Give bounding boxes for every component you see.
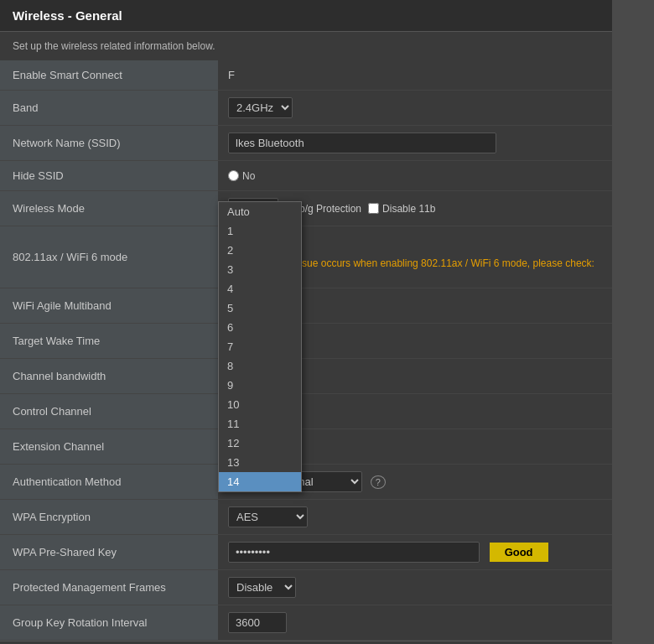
table-row: WPA Pre-Shared Key Good bbox=[0, 535, 612, 570]
table-row: Enable Smart Connect F bbox=[0, 60, 612, 91]
table-row: Band 2.4GHz 5GHz 6GHz bbox=[0, 91, 612, 126]
hide-ssid-no-radio[interactable] bbox=[228, 170, 239, 181]
table-row: Hide SSID No bbox=[0, 161, 612, 191]
group-key-input[interactable] bbox=[228, 612, 287, 633]
network-name-value bbox=[218, 126, 612, 161]
protected-mgt-label: Protected Management Frames bbox=[0, 570, 218, 605]
control-channel-label: Control Channel bbox=[0, 394, 218, 429]
enable-smart-connect-label: Enable Smart Connect bbox=[0, 60, 218, 91]
disable-11b-label[interactable]: Disable 11b bbox=[368, 203, 435, 215]
drop-item-14[interactable]: 14 bbox=[219, 472, 301, 491]
drop-item-auto[interactable]: Auto bbox=[219, 202, 301, 221]
wifi-agile-label: WiFi Agile Multiband bbox=[0, 288, 218, 324]
enable-smart-connect-text: F bbox=[228, 69, 235, 81]
table-row: Wireless Mode Auto b/g Protection Disabl… bbox=[0, 191, 612, 226]
drop-item-12[interactable]: 12 bbox=[219, 434, 301, 453]
group-key-label: Group Key Rotation Interval bbox=[0, 605, 218, 641]
drop-item-1[interactable]: 1 bbox=[219, 221, 301, 241]
wpa-encryption-select[interactable]: AES TKIP TKIP+AES bbox=[228, 506, 308, 527]
drop-item-9[interactable]: 9 bbox=[219, 376, 301, 395]
settings-table: Enable Smart Connect F Band 2.4GHz 5GHz … bbox=[0, 60, 612, 641]
enable-smart-connect-value: F bbox=[218, 60, 612, 91]
wpa-key-input[interactable] bbox=[228, 542, 480, 563]
target-wake-label: Target Wake Time bbox=[0, 324, 218, 359]
drop-item-4[interactable]: 4 bbox=[219, 279, 301, 299]
hide-ssid-value: No bbox=[218, 161, 612, 191]
wpa-encryption-value: AES TKIP TKIP+AES bbox=[218, 500, 612, 535]
wifi6-label: 802.11ax / WiFi 6 mode bbox=[0, 226, 218, 288]
auth-method-label: Authentication Method bbox=[0, 465, 218, 500]
table-row: Network Name (SSID) bbox=[0, 126, 612, 161]
wpa-key-label: WPA Pre-Shared Key bbox=[0, 535, 218, 570]
wpa-strength-badge: Good bbox=[490, 543, 548, 562]
wpa-encryption-label: WPA Encryption bbox=[0, 500, 218, 535]
bg-protection-text: b/g Protection bbox=[299, 203, 361, 215]
main-panel: Wireless - General Set up the wireless r… bbox=[0, 0, 612, 644]
table-row: Channel bandwidth 20 Hz 40 Hz 80 Hz 160 … bbox=[0, 359, 612, 394]
extension-channel-label: Extension Channel bbox=[0, 429, 218, 465]
table-row: 802.11ax / WiFi 6 mode Auto Enable Disab… bbox=[0, 226, 612, 288]
drop-item-5[interactable]: 5 bbox=[219, 299, 301, 318]
drop-item-7[interactable]: 7 bbox=[219, 337, 301, 356]
wpa-key-value: Good bbox=[218, 535, 612, 570]
network-name-label: Network Name (SSID) bbox=[0, 126, 218, 161]
protected-mgt-select[interactable]: Disable Enable Capable bbox=[228, 577, 296, 598]
group-key-value bbox=[218, 605, 612, 641]
drop-item-11[interactable]: 11 bbox=[219, 414, 301, 434]
band-select[interactable]: 2.4GHz 5GHz 6GHz bbox=[228, 97, 293, 118]
ssid-input[interactable] bbox=[228, 132, 496, 153]
apply-row: Apply bbox=[0, 641, 612, 644]
drop-item-2[interactable]: 2 bbox=[219, 241, 301, 260]
disable-11b-text: Disable 11b bbox=[382, 203, 435, 215]
drop-item-6[interactable]: 6 bbox=[219, 318, 301, 337]
table-row: Extension Channel Auto Above Below bbox=[0, 429, 612, 465]
drop-item-8[interactable]: 8 bbox=[219, 356, 301, 376]
table-row: WiFi Agile Multiband Auto Enable Disable bbox=[0, 288, 612, 324]
band-label: Band bbox=[0, 91, 218, 126]
drop-item-3[interactable]: 3 bbox=[219, 260, 301, 279]
drop-item-13[interactable]: 13 bbox=[219, 453, 301, 472]
channel-bw-label: Channel bandwidth bbox=[0, 359, 218, 394]
disable-11b-checkbox[interactable] bbox=[368, 203, 379, 214]
page-title: Wireless - General bbox=[0, 0, 612, 32]
table-row: Authentication Method WPA2-Personal WPA3… bbox=[0, 465, 612, 500]
table-row: Control Channel Auto123 4567 891011 1213… bbox=[0, 394, 612, 429]
protected-mgt-value: Disable Enable Capable bbox=[218, 570, 612, 605]
hide-ssid-no-text: No bbox=[242, 170, 255, 182]
table-row: Target Wake Time Auto Enable Disable bbox=[0, 324, 612, 359]
auth-help-icon[interactable]: ? bbox=[371, 475, 386, 489]
table-row: WPA Encryption AES TKIP TKIP+AES bbox=[0, 500, 612, 535]
hide-ssid-label: Hide SSID bbox=[0, 161, 218, 191]
drop-item-10[interactable]: 10 bbox=[219, 395, 301, 414]
wireless-mode-label: Wireless Mode bbox=[0, 191, 218, 226]
page-description: Set up the wireless related information … bbox=[0, 32, 612, 60]
table-row: Group Key Rotation Interval bbox=[0, 605, 612, 641]
hide-ssid-no[interactable]: No bbox=[228, 170, 602, 182]
band-value: 2.4GHz 5GHz 6GHz bbox=[218, 91, 612, 126]
table-row: Protected Management Frames Disable Enab… bbox=[0, 570, 612, 605]
channel-dropdown-overlay: Auto 1 2 3 4 5 6 7 8 9 10 11 12 13 14 bbox=[218, 201, 302, 492]
